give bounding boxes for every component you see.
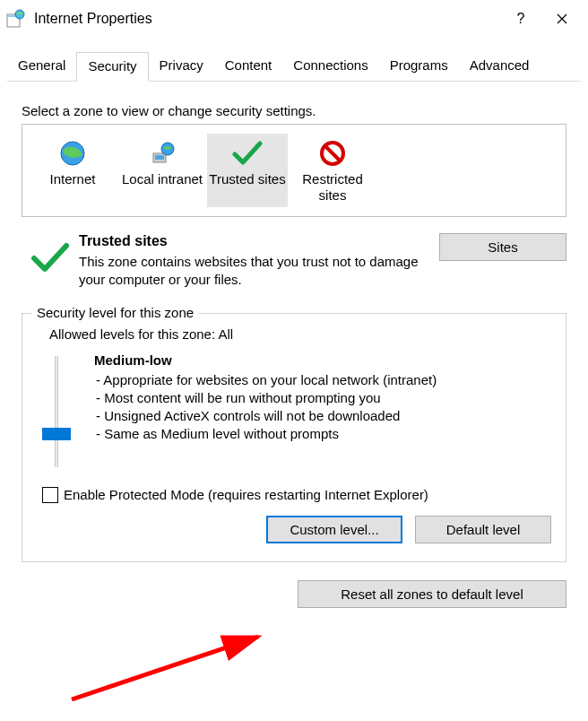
checkmark-icon <box>209 137 286 169</box>
zone-heading: Trusted sites <box>79 233 425 249</box>
tab-general[interactable]: General <box>7 52 76 81</box>
group-title: Security level for this zone <box>31 305 199 320</box>
level-name: Medium-low <box>94 352 553 368</box>
default-level-button[interactable]: Default level <box>415 516 551 543</box>
zone-local-intranet[interactable]: Local intranet <box>117 134 207 207</box>
tab-content[interactable]: Content <box>214 52 283 81</box>
window-title: Internet Properties <box>34 11 500 27</box>
tab-privacy[interactable]: Privacy <box>149 52 214 81</box>
zone-large-icon <box>22 233 79 274</box>
zone-trusted-sites[interactable]: Trusted sites <box>207 134 288 207</box>
internet-options-icon <box>5 8 27 30</box>
tab-programs[interactable]: Programs <box>379 52 459 81</box>
help-button[interactable]: ? <box>500 4 541 33</box>
svg-rect-5 <box>155 155 164 160</box>
level-description: - Appropriate for websites on your local… <box>94 371 553 444</box>
zone-select-label: Select a zone to view or change security… <box>22 103 566 118</box>
intranet-icon <box>119 137 205 169</box>
tab-connections[interactable]: Connections <box>282 52 378 81</box>
svg-line-9 <box>72 637 258 699</box>
custom-level-button[interactable]: Custom level... <box>266 516 402 543</box>
sites-button[interactable]: Sites <box>439 233 566 261</box>
close-button[interactable] <box>541 4 583 33</box>
security-level-group: Security level for this zone Allowed lev… <box>22 313 566 562</box>
zone-description: This zone contains websites that you tru… <box>79 253 425 290</box>
tab-advanced[interactable]: Advanced <box>459 52 540 81</box>
zone-restricted-sites[interactable]: Restricted sites <box>288 134 377 207</box>
tab-strip: General Security Privacy Content Connect… <box>7 38 581 82</box>
allowed-levels-label: Allowed levels for this zone: All <box>49 326 553 342</box>
reset-all-zones-button[interactable]: Reset all zones to default level <box>298 580 566 608</box>
security-level-slider[interactable] <box>40 356 73 474</box>
annotation-arrow-icon <box>63 626 278 707</box>
zone-internet[interactable]: Internet <box>28 134 117 207</box>
zone-listbox: Internet Local intranet Trusted sites <box>22 124 566 217</box>
protected-mode-label: Enable Protected Mode (requires restarti… <box>64 487 428 502</box>
tab-security[interactable]: Security <box>76 52 148 82</box>
protected-mode-checkbox[interactable] <box>42 487 58 503</box>
restricted-icon <box>290 137 376 169</box>
globe-icon <box>30 137 116 169</box>
